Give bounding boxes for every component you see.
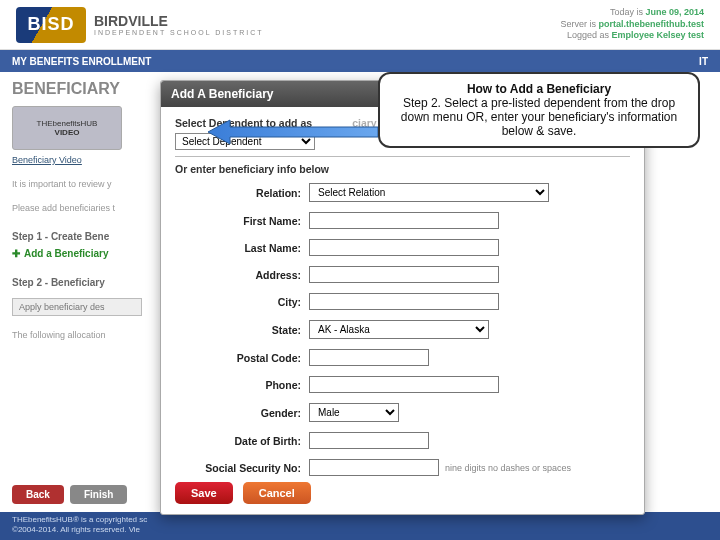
state-select[interactable]: AK - Alaska	[309, 320, 489, 339]
cancel-button[interactable]: Cancel	[243, 482, 311, 504]
allocation-note: The following allocation	[12, 330, 162, 340]
hub-video-tile[interactable]: THEbenefitsHUB VIDEO	[12, 106, 122, 150]
add-beneficiary-link[interactable]: ✚ Add a Beneficiary	[12, 248, 162, 259]
finish-button[interactable]: Finish	[70, 485, 127, 504]
save-button[interactable]: Save	[175, 482, 233, 504]
bubble-title: How to Add a Beneficiary	[467, 82, 611, 96]
nav-left[interactable]: MY BENEFITS ENROLLMENT	[12, 56, 151, 67]
navbar: MY BENEFITS ENROLLMENT IT	[0, 50, 720, 72]
last-name-input[interactable]	[309, 239, 499, 256]
review-note: It is important to review y	[12, 179, 162, 189]
add-note: Please add beneficiaries t	[12, 203, 162, 213]
step2-heading: Step 2 - Beneficiary	[12, 277, 162, 288]
first-name-label: First Name:	[175, 215, 309, 227]
ssn-hint: nine digits no dashes or spaces	[445, 463, 571, 473]
dependent-select[interactable]: Select Dependent	[175, 133, 315, 150]
postal-input[interactable]	[309, 349, 429, 366]
dob-label: Date of Birth:	[175, 435, 309, 447]
address-label: Address:	[175, 269, 309, 281]
logo: BISD BIRDVILLE INDEPENDENT SCHOOL DISTRI…	[16, 7, 264, 43]
state-label: State:	[175, 324, 309, 336]
gender-select[interactable]: Male	[309, 403, 399, 422]
gender-label: Gender:	[175, 407, 309, 419]
relation-select[interactable]: Select Relation	[309, 183, 549, 202]
bubble-body: Step 2. Select a pre-listed dependent fr…	[401, 96, 677, 138]
relation-label: Relation:	[175, 187, 309, 199]
nav-right[interactable]: IT	[699, 56, 708, 67]
phone-label: Phone:	[175, 379, 309, 391]
first-name-input[interactable]	[309, 212, 499, 229]
city-label: City:	[175, 296, 309, 308]
session-info: Today is June 09, 2014 Server is portal.…	[560, 7, 704, 42]
instruction-bubble: How to Add a Beneficiary Step 2. Select …	[378, 72, 700, 148]
left-column: BENEFICIARY THEbenefitsHUB VIDEO Benefic…	[12, 80, 162, 340]
city-input[interactable]	[309, 293, 499, 310]
address-input[interactable]	[309, 266, 499, 283]
step1-heading: Step 1 - Create Bene	[12, 231, 162, 242]
dob-input[interactable]	[309, 432, 429, 449]
beneficiary-video-link[interactable]: Beneficiary Video	[12, 155, 82, 165]
logo-title: BIRDVILLE	[94, 13, 264, 29]
phone-input[interactable]	[309, 376, 499, 393]
back-button[interactable]: Back	[12, 485, 64, 504]
apply-designation-button[interactable]: Apply beneficiary des	[12, 298, 142, 316]
ssn-label: Social Security No:	[175, 462, 309, 474]
postal-label: Postal Code:	[175, 352, 309, 364]
logo-subtitle: INDEPENDENT SCHOOL DISTRICT	[94, 29, 264, 36]
logo-badge: BISD	[16, 7, 86, 43]
page-title: BENEFICIARY	[12, 80, 162, 98]
ssn-input[interactable]	[309, 459, 439, 476]
or-enter-label: Or enter beneficiary info below	[175, 156, 630, 175]
last-name-label: Last Name:	[175, 242, 309, 254]
plus-icon: ✚	[12, 248, 20, 259]
top-header: BISD BIRDVILLE INDEPENDENT SCHOOL DISTRI…	[0, 0, 720, 50]
